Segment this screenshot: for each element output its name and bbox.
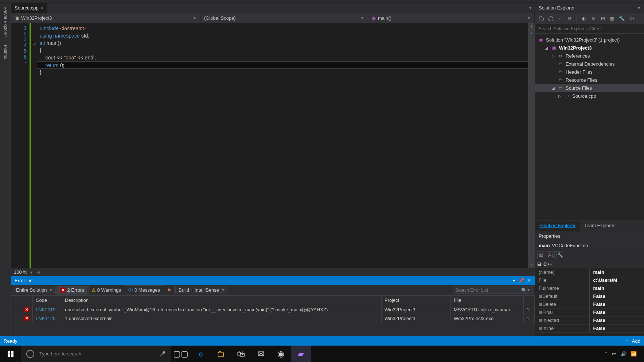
close-icon[interactable]: ×	[41, 5, 44, 11]
error-code-link[interactable]: LNK1120	[36, 316, 55, 321]
line-number: 1	[11, 25, 27, 31]
mail-icon[interactable]: ✉	[251, 346, 271, 362]
file-explorer-icon[interactable]: 🗀	[211, 346, 231, 362]
code-editor[interactable]: 1 2 3 4 5 6 7 ⊟ #include <iostream> usin…	[11, 23, 535, 268]
external-deps-node[interactable]: 🗀 External Dependencies	[535, 60, 644, 68]
toolbox-tab[interactable]: Toolbox	[3, 44, 8, 59]
error-row[interactable]: ✕ LNK1120 1 unresolved externals Win32Pr…	[11, 314, 535, 323]
source-files-node[interactable]: ◢ 🗀 Source Files	[535, 84, 644, 92]
chrome-icon[interactable]: ◉	[271, 346, 291, 362]
scroll-up-icon[interactable]: ▲	[528, 30, 535, 36]
col-file-header[interactable]: File	[451, 296, 524, 305]
prop-row[interactable]: IsDefaultFalse	[535, 292, 644, 300]
collapse-icon[interactable]: ⊟	[599, 15, 607, 23]
prop-value: False	[590, 324, 644, 332]
dropdown-icon[interactable]: ▾	[638, 5, 640, 11]
solution-node[interactable]: ▣ Solution 'Win32Project3' (1 project)	[535, 36, 644, 44]
solution-search-input[interactable]	[535, 24, 644, 33]
close-icon[interactable]: ✕	[527, 278, 531, 283]
nav-scope-dropdown[interactable]: (Global Scope) ▼	[200, 13, 368, 23]
build-intellisense-dropdown[interactable]: Build + IntelliSense ▼	[175, 286, 228, 294]
chevron-down-icon[interactable]: ▼	[527, 288, 530, 292]
prop-category-label: C++	[543, 261, 553, 267]
forward-icon[interactable]: ◯	[547, 15, 555, 23]
file-tab-source-cpp[interactable]: Source.cpp ×	[11, 3, 47, 13]
errors-filter-button[interactable]: ✕ 2 Errors	[56, 286, 87, 295]
error-row[interactable]: ✕ LNK2019 unresolved external symbol _Wi…	[11, 305, 535, 314]
clear-filter-button[interactable]: ✖	[164, 286, 175, 294]
scope-dropdown[interactable]: Entire Solution ▼	[13, 286, 56, 294]
wifi-icon[interactable]: 📶	[631, 351, 637, 357]
task-view-icon[interactable]: ▢▢	[171, 346, 191, 362]
prop-row[interactable]: Filec:\Users\M	[535, 276, 644, 284]
error-code-link[interactable]: LNK2019	[36, 307, 55, 312]
scroll-down-icon[interactable]: ▼	[528, 261, 535, 268]
prop-row[interactable]: (Name)main	[535, 268, 644, 276]
prop-row[interactable]: IsInjectedFalse	[535, 316, 644, 324]
nav-function-dropdown[interactable]: ◉ main() ▼	[368, 13, 535, 23]
pin-icon[interactable]: 📌	[518, 278, 524, 283]
taskbar-search[interactable]: Type here to search 🎤	[21, 346, 171, 362]
battery-icon[interactable]: ▭	[612, 351, 616, 357]
col-desc-header[interactable]: Description	[62, 296, 382, 305]
properties-icon[interactable]: 🔧	[618, 15, 626, 23]
nav-function-label: main()	[378, 15, 391, 21]
resource-files-node[interactable]: 🗀 Resource Files	[535, 76, 644, 84]
source-cpp-node[interactable]: ▷ ++ Source.cpp	[535, 92, 644, 100]
code-area[interactable]: #include <iostream> using namespace std;…	[37, 23, 528, 268]
split-icon[interactable]: ⬍	[528, 23, 535, 30]
server-explorer-tab[interactable]: Server Explorer	[3, 7, 8, 37]
solution-tree: ▣ Solution 'Win32Project3' (1 project) ◢…	[535, 34, 644, 221]
property-pages-icon[interactable]: 🔧	[556, 251, 564, 259]
error-search-box[interactable]: 🔍 ▼	[453, 287, 533, 294]
alphabetical-icon[interactable]: A↓	[547, 251, 555, 259]
expand-icon[interactable]: ◢	[551, 86, 555, 90]
scope-icon[interactable]: ◐	[580, 15, 588, 23]
mic-icon[interactable]: 🎤	[160, 351, 165, 357]
prop-row[interactable]: IsDeleteFalse	[535, 300, 644, 308]
chevron-down-icon: ▼	[527, 16, 531, 20]
header-files-node[interactable]: 🗀 Header Files	[535, 68, 644, 76]
tab-overflow-button[interactable]: ▾	[526, 5, 535, 11]
col-proj-header[interactable]: Project	[382, 296, 451, 305]
home-icon[interactable]: ⌂	[556, 15, 564, 23]
status-add[interactable]: Add	[632, 338, 640, 344]
visual-studio-icon[interactable]: ▰	[291, 346, 311, 362]
scroll-left-icon[interactable]: ◀	[37, 270, 40, 274]
project-node[interactable]: ◢ ▣ Win32Project3	[535, 44, 644, 52]
editor-vertical-scrollbar[interactable]: ⬍ ▲ ▼	[528, 23, 535, 268]
refresh-icon[interactable]: ↻	[589, 15, 597, 23]
fold-toggle[interactable]: ⊟	[31, 39, 37, 47]
team-explorer-tab[interactable]: Team Explorer	[580, 221, 619, 231]
messages-filter-button[interactable]: ⓘ 0 Messages	[125, 285, 163, 295]
edge-icon[interactable]: ｅ	[191, 346, 211, 362]
expand-icon[interactable]: ◢	[545, 46, 549, 50]
prop-row[interactable]: FullNamemain	[535, 284, 644, 292]
source-label: Source Files	[566, 85, 592, 91]
publish-icon[interactable]: ↑	[626, 338, 628, 344]
col-code-header[interactable]: Code	[33, 296, 62, 305]
expand-icon[interactable]: ▷	[558, 94, 562, 98]
categorized-icon[interactable]: ▦	[537, 251, 545, 259]
expand-icon[interactable]: ▷	[551, 54, 555, 58]
preview-icon[interactable]: <>	[627, 15, 635, 23]
references-node[interactable]: ▷ ▪▪ References	[535, 52, 644, 60]
prop-row[interactable]: IsInlineFalse	[535, 324, 644, 332]
prop-category[interactable]: ⊟C++	[535, 260, 644, 268]
zoom-dropdown[interactable]: 100 %▼	[14, 269, 33, 275]
dropdown-icon[interactable]: ▾	[513, 278, 515, 283]
error-search-input[interactable]	[455, 288, 521, 293]
sync-icon[interactable]: ⟳	[566, 15, 574, 23]
solution-search-box[interactable]	[535, 24, 644, 34]
store-icon[interactable]: 🛍	[231, 346, 251, 362]
prop-row[interactable]: IsFinalFalse	[535, 308, 644, 316]
volume-icon[interactable]: 🔊	[621, 351, 627, 357]
nav-project-dropdown[interactable]: ▣ Win32Project3 ▼	[11, 13, 200, 23]
show-all-icon[interactable]: ▦	[608, 15, 616, 23]
start-button[interactable]	[0, 346, 21, 362]
error-list-titlebar[interactable]: Error List ▾ 📌 ✕	[11, 276, 535, 285]
back-icon[interactable]: ◯	[537, 15, 545, 23]
tray-chevron-icon[interactable]: ˄	[605, 351, 608, 357]
solution-explorer-tab[interactable]: Solution Explorer	[535, 221, 580, 231]
warnings-filter-button[interactable]: ⚠ 0 Warnings	[88, 286, 124, 294]
